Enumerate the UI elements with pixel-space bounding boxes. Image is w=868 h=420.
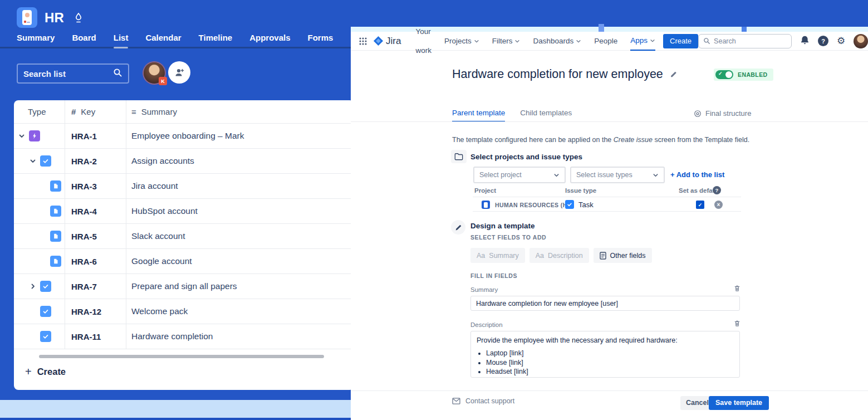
paint-icon[interactable] — [73, 12, 84, 23]
edit-pencil-icon[interactable] — [670, 67, 678, 81]
user-avatar[interactable]: K — [144, 62, 165, 84]
select-issue-types-dropdown[interactable]: Select issue types — [570, 167, 665, 183]
select-fields-label: SELECT FIELDS TO ADD — [470, 234, 546, 241]
issue-key[interactable]: HRA-11 — [65, 324, 126, 349]
app-switcher-icon[interactable] — [359, 37, 367, 46]
column-type[interactable]: Type — [14, 100, 65, 123]
jira-logo[interactable]: Jira — [373, 36, 401, 47]
issue-summary[interactable]: Prepare and sign all papers — [126, 274, 354, 299]
search-list-box[interactable] — [17, 64, 129, 84]
nav-menu-item[interactable]: Dashboards — [533, 32, 581, 51]
type-cell — [14, 274, 65, 299]
create-button[interactable]: Create — [663, 34, 698, 48]
global-search-input[interactable] — [714, 37, 787, 45]
tab-track — [0, 47, 356, 48]
tab-parent-template[interactable]: Parent template — [452, 109, 505, 122]
issue-summary[interactable]: Employee onboarding – Mark — [126, 124, 354, 148]
search-icon — [113, 68, 122, 80]
summary-value-input[interactable] — [470, 296, 740, 311]
issue-summary[interactable]: HubSpot account — [126, 199, 354, 223]
delete-summary-icon[interactable] — [734, 285, 741, 292]
table-row[interactable]: HRA-2 Assign accounts — [14, 149, 354, 174]
add-to-list-link[interactable]: + Add to the list — [670, 170, 724, 179]
hr-project-panel: HR SummaryBoardListCalendarTimelineAppro… — [0, 0, 356, 420]
gear-icon[interactable]: ⚙ — [837, 36, 845, 46]
jira-top-nav: Jira Your work Projects Filters Dashboar… — [351, 32, 868, 51]
add-summary-field-button[interactable]: AaSummary — [470, 248, 525, 263]
table-row[interactable]: HRA-7 Prepare and sign all papers — [14, 274, 354, 299]
issue-key[interactable]: HRA-5 — [65, 224, 126, 248]
description-value-editor[interactable]: Provide the employee with the necessary … — [470, 331, 740, 378]
issue-summary[interactable]: Welcome pack — [126, 299, 354, 324]
column-summary[interactable]: ≡ Summary — [126, 100, 354, 123]
type-cell — [14, 124, 65, 148]
notifications-icon[interactable] — [800, 35, 810, 47]
project-tab[interactable]: List — [114, 30, 129, 47]
issue-key[interactable]: HRA-1 — [65, 124, 126, 148]
issue-summary[interactable]: Assign accounts — [126, 149, 354, 173]
issue-key[interactable]: HRA-6 — [65, 249, 126, 274]
select-project-dropdown[interactable]: Select project — [473, 167, 566, 183]
table-row[interactable]: HRA-5 Slack account — [14, 224, 354, 249]
chevron-down-icon[interactable] — [18, 132, 26, 140]
profile-avatar[interactable] — [854, 34, 868, 48]
chevron-down-icon — [650, 38, 655, 43]
nav-menu-item[interactable]: People — [594, 32, 617, 51]
nav-menu: Your work Projects Filters Dashboards Pe… — [415, 32, 655, 51]
description-intro: Provide the employee with the necessary … — [477, 336, 734, 344]
final-structure-link[interactable]: Final structure — [694, 109, 751, 118]
issue-summary[interactable]: Hardware completion — [126, 324, 354, 349]
table-body: HRA-1 Employee onboarding – Mark HRA-2 A… — [14, 124, 354, 349]
help-icon[interactable]: ? — [818, 36, 828, 46]
save-template-button[interactable]: Save template — [709, 396, 769, 410]
summary-field-label: Summary — [470, 286, 498, 293]
tab-child-templates[interactable]: Child templates — [520, 109, 572, 122]
table-row[interactable]: HRA-3 Jira account — [14, 174, 354, 199]
issue-key[interactable]: HRA-2 — [65, 149, 126, 173]
table-row[interactable]: HRA-6 Google account — [14, 249, 354, 274]
enabled-toggle[interactable]: ✓ — [715, 70, 733, 79]
nav-menu-item[interactable]: Projects — [444, 32, 479, 51]
issue-summary[interactable]: Jira account — [126, 174, 354, 198]
other-fields-button[interactable]: Other fields — [594, 248, 652, 263]
project-tab[interactable]: Summary — [17, 30, 55, 47]
table-row[interactable]: HRA-11 Hardware completion — [14, 324, 354, 349]
chevron-down-icon — [576, 38, 581, 44]
project-tab[interactable]: Board — [72, 30, 96, 47]
search-list-input[interactable] — [23, 69, 113, 79]
project-tab[interactable]: Forms — [308, 30, 334, 47]
project-name: HUMAN RESOURCES (HR) — [495, 202, 574, 208]
issue-summary[interactable]: Google account — [126, 249, 354, 274]
issue-key[interactable]: HRA-3 — [65, 174, 126, 198]
chevron-down-icon[interactable] — [29, 157, 37, 165]
chevron-down-icon — [474, 38, 479, 44]
remove-row-icon[interactable]: × — [714, 201, 723, 209]
delete-description-icon[interactable] — [734, 320, 741, 327]
contact-support-link[interactable]: Contact support — [452, 397, 514, 405]
table-row[interactable]: HRA-1 Employee onboarding – Mark — [14, 124, 354, 149]
help-icon[interactable]: ? — [713, 186, 721, 194]
column-key[interactable]: # Key — [65, 100, 126, 123]
table-row[interactable]: HRA-4 HubSpot account — [14, 199, 354, 224]
description-field-label: Description — [470, 321, 503, 328]
chevron-down-icon[interactable] — [29, 282, 37, 290]
create-issue-button[interactable]: + Create — [25, 362, 66, 382]
global-search-box[interactable] — [698, 34, 792, 48]
issue-summary[interactable]: Slack account — [126, 224, 354, 248]
issue-key[interactable]: HRA-12 — [65, 299, 126, 324]
task-icon — [40, 306, 51, 317]
nav-menu-item[interactable]: Your work — [415, 32, 431, 51]
subtask-icon — [50, 180, 61, 192]
table-row[interactable]: HRA-12 Welcome pack — [14, 299, 354, 324]
add-people-button[interactable] — [168, 61, 190, 84]
project-tab[interactable]: Calendar — [145, 30, 181, 47]
project-tab[interactable]: Timeline — [199, 30, 233, 47]
default-checkbox[interactable]: ✓ — [696, 201, 704, 209]
nav-menu-item[interactable]: Apps — [630, 32, 655, 51]
add-description-field-button[interactable]: AaDescription — [529, 248, 589, 263]
issue-key[interactable]: HRA-7 — [65, 274, 126, 299]
issue-key[interactable]: HRA-4 — [65, 199, 126, 223]
nav-menu-item[interactable]: Filters — [492, 32, 521, 51]
project-tab[interactable]: Approvals — [249, 30, 290, 47]
horizontal-scrollbar[interactable] — [39, 355, 324, 358]
